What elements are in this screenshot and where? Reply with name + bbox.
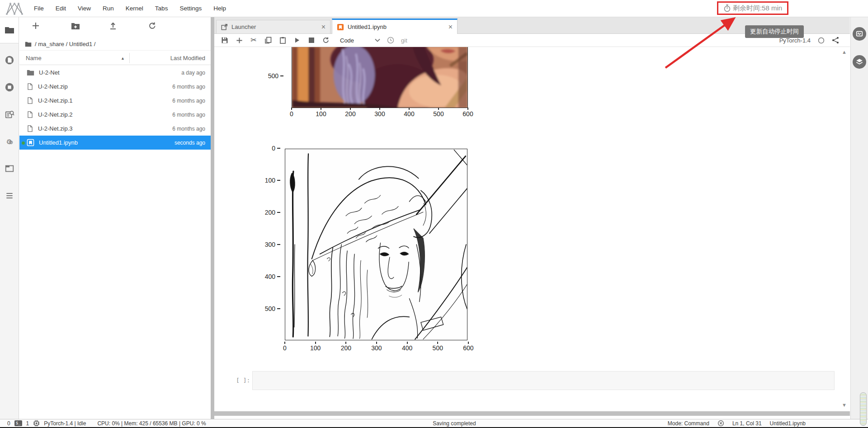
matpool-logo-icon [5,2,24,15]
monitor-icon[interactable] [853,27,866,41]
paste-cells-button[interactable] [278,36,287,44]
file-row[interactable]: U-2-Net.zip 6 months ago [19,80,211,94]
code-cell-empty[interactable]: [ ]: [236,371,835,390]
remaining-time-badge[interactable]: 剩余时间:58 min [717,1,788,15]
scroll-down-icon[interactable]: ▼ [842,403,847,408]
menu-file[interactable]: File [28,0,50,17]
refresh-button[interactable] [148,22,157,31]
scissors-icon: ✂ [250,37,256,44]
folder-icon [4,25,15,36]
cell-input[interactable] [252,371,835,390]
tab-untitled1-ipynb[interactable]: Untitled1.ipynb × [332,19,458,34]
close-icon[interactable]: × [448,24,453,31]
kernel-status-icon[interactable] [818,37,825,44]
file-row[interactable]: U-2-Net a day ago [19,66,211,80]
file-row-selected[interactable]: Untitled1.ipynb seconds ago [19,136,211,150]
cut-cells-button[interactable]: ✂ [250,36,258,44]
file-row[interactable]: U-2-Net.zip.2 6 months ago [19,108,211,122]
menu-help[interactable]: Help [208,0,232,17]
menu-run[interactable]: Run [97,0,120,17]
upload-button[interactable] [109,22,118,31]
mode-indicator[interactable]: Mode: Command [668,420,709,427]
file-modified: 6 months ago [172,112,205,118]
browser-scrollbar-thumb[interactable] [860,392,867,426]
file-row[interactable]: U-2-Net.zip.1 6 months ago [19,94,211,108]
sidebar-tab-files[interactable] [0,17,19,43]
notebook-circle-icon [5,55,14,65]
output-figure-sketch: 0 100 200 300 400 500 0100 200300 400500… [285,149,467,340]
stop-circle-icon [5,82,14,92]
terminals-count[interactable]: 0 [7,420,10,427]
tab-launcher[interactable]: Launcher × [216,20,330,34]
y-axis-tick: 0 [255,145,280,152]
stopwatch-icon [723,4,731,12]
gears-icon: ⚙⚙ [6,138,12,145]
file-name: U-2-Net.zip.3 [38,125,73,132]
file-icon [27,125,33,132]
file-list: U-2-Net a day ago U-2-Net.zip 6 months a… [19,66,211,150]
y-axis-tick: 500 [255,305,280,312]
sidebar-tab-settings[interactable]: ⚙⚙ [5,136,14,146]
sidebar-tab-inspector[interactable] [5,109,14,119]
file-modified: 6 months ago [172,98,205,104]
breadcrumb[interactable]: / ma_share / Untitled1 / [19,38,211,51]
sort-arrow-icon: ▲ [121,56,125,61]
sidebar-tab-open-tabs[interactable] [5,164,14,174]
y-axis-tick: 100 [255,177,280,184]
tab-label: Untitled1.ipynb [348,24,387,30]
file-modified: seconds ago [175,140,205,146]
file-row[interactable]: U-2-Net.zip.3 6 months ago [19,122,211,136]
window-icon [5,164,14,174]
file-list-header[interactable]: Name ▲ Last Modified [19,52,211,65]
file-icon [27,97,33,104]
new-folder-button[interactable] [71,22,80,31]
notebook-icon [27,139,34,146]
file-name: Untitled1.ipynb [39,139,78,146]
new-launcher-button[interactable] [32,22,41,31]
x-axis-ticks: 0100 200300 400500 600 [284,110,475,118]
menu-tabs[interactable]: Tabs [149,0,174,17]
add-cell-button[interactable] [235,36,243,44]
column-last-modified[interactable]: Last Modified [170,55,205,61]
interrupt-kernel-button[interactable] [307,36,316,44]
menu-view[interactable]: View [72,0,97,17]
sidebar-tab-extensions[interactable] [5,191,14,201]
cell-prompt: [ ]: [236,377,250,384]
menu-settings[interactable]: Settings [174,0,208,17]
notebook-scroll-area[interactable]: 500 0100 200300 400500 600 [214,47,850,411]
running-kernel-dot [22,141,25,145]
file-modified: 6 months ago [172,126,205,132]
close-icon[interactable]: × [321,24,326,31]
file-name: U-2-Net.zip [38,83,68,90]
menu-kernel[interactable]: Kernel [120,0,149,17]
scroll-up-icon[interactable]: ▲ [842,50,847,55]
clock-icon[interactable] [387,36,395,44]
layers-icon[interactable] [853,55,866,69]
trust-shield-icon[interactable] [717,420,724,427]
cell-type-select[interactable]: Code [340,37,354,44]
active-filename[interactable]: Untitled1.ipynb [770,420,806,427]
panel-splitter[interactable] [211,17,214,419]
x-axis-ticks: 0100 200300 400500 600 [278,344,476,352]
column-divider [129,53,130,63]
tab-label: Launcher [231,24,256,30]
photo-output-image [292,47,468,108]
save-button[interactable] [221,36,229,44]
sidebar-tab-running-terminals[interactable] [5,82,14,92]
column-name[interactable]: Name [19,55,42,61]
home-folder-icon [25,41,32,47]
run-cell-button[interactable] [293,36,301,44]
restart-kernel-button[interactable] [322,36,330,44]
cursor-position[interactable]: Ln 1, Col 31 [732,420,762,427]
git-label[interactable]: git [401,37,407,44]
copy-cells-button[interactable] [264,36,272,44]
chevron-down-icon[interactable] [375,38,380,42]
right-sidebar-strip [850,17,868,419]
horizontal-scrollbar[interactable] [214,411,850,416]
share-icon[interactable] [832,37,839,44]
remaining-time-text: 剩余时间:58 min [733,4,782,13]
list-icon [5,191,14,200]
file-icon [27,111,33,118]
sidebar-tab-running-notebook[interactable] [5,55,14,65]
menu-edit[interactable]: Edit [50,0,72,17]
